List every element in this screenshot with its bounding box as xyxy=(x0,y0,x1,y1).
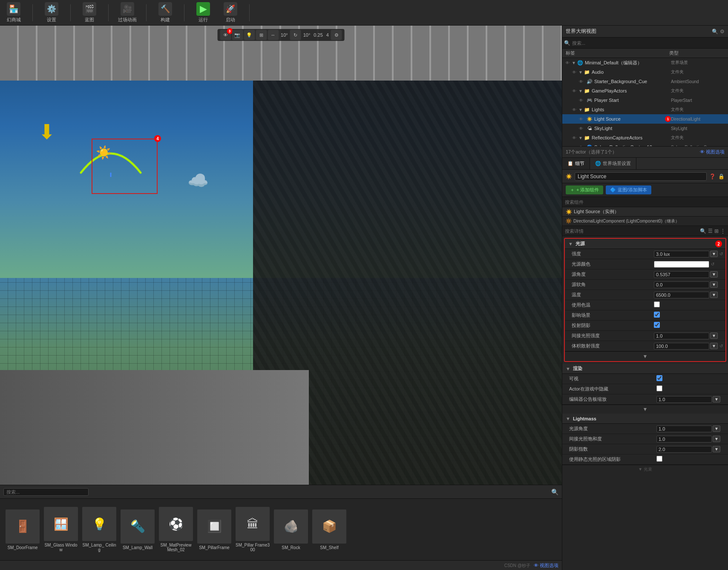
wo-search-icon[interactable]: 🔍 xyxy=(712,29,718,35)
prop-section-lightmass[interactable]: ▼ Lightmass xyxy=(562,414,728,424)
prop-dropdown-source-angle[interactable]: ▼ xyxy=(710,271,718,278)
cb-item-sm-glass-window[interactable]: 🪟SM_Glass Window xyxy=(42,505,80,554)
prop-dropdown-indirect-lighting-saturation[interactable]: ▼ xyxy=(713,436,720,442)
toolbar-build[interactable]: 🔨 构建 xyxy=(155,2,176,23)
cb-item-sm-shelf[interactable]: 📦SM_Shelf xyxy=(310,508,348,552)
tab-details[interactable]: 📋 细节 xyxy=(562,158,590,169)
details-grid-view-icon[interactable]: ⊞ xyxy=(714,228,719,234)
prop-input-indirect-lighting-saturation[interactable] xyxy=(656,436,712,443)
wo-item-5[interactable]: 👁▼📁Lights文件夹 xyxy=(562,105,728,114)
details-lock-icon[interactable]: 🔒 xyxy=(718,174,725,179)
prop-dropdown-temperature[interactable]: ▼ xyxy=(710,292,718,298)
prop-dropdown-source-softangle[interactable]: ▼ xyxy=(710,281,718,288)
vp-btn-rotate[interactable]: ↻ xyxy=(290,30,301,40)
vp-btn-cam[interactable]: 📷 xyxy=(232,30,243,40)
details-list-view-icon[interactable]: ☰ xyxy=(708,228,713,234)
details-help-icon[interactable]: ❓ xyxy=(709,174,716,179)
prop-reset-intensity[interactable]: ↺ xyxy=(719,252,723,256)
toolbar-game-city[interactable]: 🏪 幻商城 xyxy=(3,2,24,23)
add-component-button[interactable]: ＋ + 添加组件 xyxy=(566,185,603,194)
vp-btn-settings[interactable]: ⚙ xyxy=(331,30,342,40)
wo-item-6[interactable]: 👁 ☀️Light Source1DirectionalLight xyxy=(562,114,728,124)
prop-dropdown-light-source-radius[interactable]: ▼ xyxy=(713,425,720,432)
cb-search-bar[interactable] xyxy=(3,488,548,496)
toolbar-settings[interactable]: ⚙️ 设置 xyxy=(41,2,62,23)
cb-item-sm-lamp-wall[interactable]: 🔦SM_Lamp_Wall xyxy=(118,508,157,552)
cb-item-sm-doorframe[interactable]: 🚪SM_DoorFrame xyxy=(3,508,42,552)
wo-item-7[interactable]: 👁 🌤SkyLightSkyLight xyxy=(562,124,728,133)
prop-checkbox-cast-shadow[interactable] xyxy=(654,322,660,328)
wo-view-options[interactable]: 👁 视图选项 xyxy=(700,149,725,155)
details-search-bar[interactable] xyxy=(562,197,728,207)
wo-eye-5[interactable]: 👁 xyxy=(571,106,578,113)
details-more-icon[interactable]: ⋮ xyxy=(720,228,725,234)
prop-input-source-softangle[interactable] xyxy=(654,281,709,288)
prop-checkbox-hidden-in-game[interactable] xyxy=(656,385,662,391)
prop-section-light-source[interactable]: ▼ 光源 2 xyxy=(565,239,725,249)
tab-world-settings[interactable]: 🌐 世界场景设置 xyxy=(590,158,636,169)
details-scroll[interactable]: 🔍 ☰ ⊞ ⋮ ▼ 光源 2 强度 xyxy=(562,226,728,570)
prop-input-shadow-exponent[interactable] xyxy=(656,446,712,453)
prop-dropdown-billboard-scale[interactable]: ▼ xyxy=(713,396,720,402)
toolbar-cinematic[interactable]: 🎥 过场动画 xyxy=(117,2,138,23)
cb-item-sm-pillar-frame300[interactable]: 🏛SM_Pillar Frame300 xyxy=(233,505,272,554)
wo-eye-8[interactable]: 👁 xyxy=(571,134,578,141)
prop-input-intensity[interactable] xyxy=(654,251,709,258)
wo-settings-icon[interactable]: ⚙ xyxy=(720,29,725,35)
vp-btn-light[interactable]: 💡 xyxy=(244,30,255,40)
wo-item-8[interactable]: 👁▼📁ReflectionCaptureActors文件夹 xyxy=(562,133,728,142)
wo-search-bar[interactable]: 🔍 xyxy=(562,38,728,49)
wo-item-9[interactable]: 👁 🔵SphereReflectionCapture10SphereReflec… xyxy=(562,142,728,146)
toolbar-run[interactable]: ▶ 运行 xyxy=(193,2,213,23)
prop-input-volumetric-intensity[interactable] xyxy=(654,343,709,350)
prop-dropdown-intensity[interactable]: ▼ xyxy=(710,251,718,257)
wo-search-input[interactable] xyxy=(572,41,726,46)
details-prop-search[interactable]: 🔍 ☰ ⊞ ⋮ xyxy=(562,226,728,236)
wo-eye-0[interactable]: 👁 xyxy=(564,59,571,66)
cb-view-options[interactable]: 👁 视图选项 xyxy=(534,562,558,569)
prop-color-bar[interactable] xyxy=(654,261,709,268)
toolbar-launch[interactable]: 🚀 启动 xyxy=(220,2,241,23)
prop-input-source-angle[interactable] xyxy=(654,271,709,278)
prop-dropdown-volumetric-intensity[interactable]: ▼ xyxy=(710,343,718,349)
vp-btn-move[interactable]: ↔ xyxy=(268,30,279,40)
cb-item-sm-matpreview[interactable]: ⚽SM_MatPreview Mesh_02 xyxy=(157,505,195,554)
prop-input-light-source-radius[interactable] xyxy=(656,425,712,432)
prop-checkbox-use-temperature[interactable] xyxy=(654,301,660,307)
prop-expand-more[interactable]: ▼ xyxy=(565,351,725,361)
wo-eye-3[interactable]: 👁 xyxy=(571,87,578,94)
prop-reset-volumetric-intensity[interactable]: ↺ xyxy=(719,344,723,348)
toolbar-blueprint[interactable]: 🎬 蓝图 xyxy=(79,2,100,23)
wo-item-1[interactable]: 👁▼📁Audio文件夹 xyxy=(562,67,728,77)
prop-input-billboard-scale[interactable] xyxy=(656,396,712,403)
wo-item-2[interactable]: 👁 🔊Starter_Background_CueAmbientSound xyxy=(562,77,728,86)
blueprint-button[interactable]: 🔷 蓝图/添加脚本 xyxy=(606,185,651,194)
prop-input-temperature[interactable] xyxy=(654,292,709,298)
details-search-input[interactable] xyxy=(565,200,725,205)
prop-checkbox-use-area-shadows[interactable] xyxy=(656,456,662,462)
cb-item-sm-pillarframe[interactable]: 🔲SM_PillarFrame xyxy=(195,508,233,552)
wo-item-0[interactable]: 👁▼🌐Minimal_Default（编辑器）世界场景 xyxy=(562,58,728,67)
prop-dropdown-shadow-exponent[interactable]: ▼ xyxy=(713,446,720,452)
wo-item-4[interactable]: 👁 🎮Player StartPlayerStart xyxy=(562,95,728,105)
wo-eye-6[interactable]: 👁 xyxy=(578,116,584,122)
wo-item-3[interactable]: 👁▼📁GamePlayActors文件夹 xyxy=(562,86,728,95)
prop-checkbox-affect-world[interactable] xyxy=(654,312,660,318)
prop-input-indirect-intensity[interactable] xyxy=(654,333,709,339)
prop-checkbox-visible[interactable] xyxy=(656,375,662,381)
prop-dropdown-indirect-intensity[interactable]: ▼ xyxy=(710,333,718,339)
wo-eye-7[interactable]: 👁 xyxy=(578,125,584,132)
wo-eye-2[interactable]: 👁 xyxy=(578,78,584,85)
cb-item-sm-lamp-ceiling[interactable]: 💡SM_Lamp_ Ceiling xyxy=(80,505,118,554)
prop-section-rendering[interactable]: ▼ 渲染 xyxy=(562,364,728,374)
details-prop-search-input[interactable] xyxy=(565,229,700,234)
viewport[interactable]: ⬆ ☁️ ☀️ 4 👁 3 📷 💡 ⊞ xyxy=(0,26,562,485)
vp-btn-eye[interactable]: 👁 3 xyxy=(220,30,231,40)
wo-eye-1[interactable]: 👁 xyxy=(571,69,578,75)
rendering-expand-more[interactable]: ▼ xyxy=(562,405,728,414)
wo-eye-4[interactable]: 👁 xyxy=(578,97,584,104)
vp-btn-grid[interactable]: ⊞ xyxy=(256,30,267,40)
cb-search-input[interactable] xyxy=(3,488,89,496)
cb-item-sm-rock[interactable]: 🪨SM_Rock xyxy=(272,508,310,552)
details-name-input[interactable] xyxy=(575,172,707,181)
